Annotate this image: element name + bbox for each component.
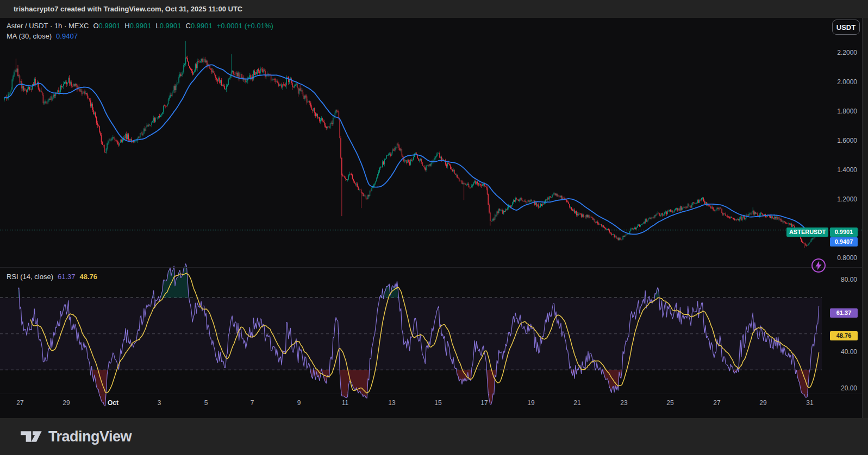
rsi-tick: 20.00 <box>841 384 857 392</box>
footer: TradingView <box>0 418 868 455</box>
ohlc-close: C0.9901 <box>186 22 213 30</box>
last-price-badge: 0.9901 <box>830 228 858 237</box>
rsi-value: 61.37 <box>58 273 76 281</box>
rsi-ma-value-badge: 48.76 <box>830 331 858 340</box>
time-tick: 27 <box>713 399 720 407</box>
symbol-legend[interactable]: Aster / USDT · 1h · MEXC O0.9901 H0.9901… <box>7 22 273 30</box>
screenshot-root: trishacrypto7 created with TradingView.c… <box>0 0 868 455</box>
symbol-price-label-badge: ASTERUSDT <box>786 228 828 237</box>
time-tick: 11 <box>342 399 348 407</box>
ohlc-low: L0.9901 <box>156 22 182 30</box>
time-tick: 19 <box>527 399 534 407</box>
rsi-label: RSI (14, close) <box>7 273 53 281</box>
time-tick: 5 <box>204 399 208 407</box>
symbol-title: Aster / USDT · 1h · MEXC <box>7 22 89 30</box>
time-tick: 29 <box>759 399 766 407</box>
time-axis[interactable]: 2729Oct35791113151719212325272931 <box>0 18 862 418</box>
rsi-legend[interactable]: RSI (14, close) 61.37 48.76 <box>7 273 97 281</box>
price-change: +0.0001 (+0.01%) <box>217 22 273 30</box>
time-tick: 13 <box>388 399 395 407</box>
time-tick: 23 <box>620 399 627 407</box>
price-tick: 1.2000 <box>837 195 857 203</box>
attribution-bar: trishacrypto7 created with TradingView.c… <box>0 0 868 18</box>
ohlc-high: H0.9901 <box>124 22 151 30</box>
price-tick: 2.2000 <box>837 49 857 56</box>
time-tick: 17 <box>480 399 488 407</box>
tradingview-logo-icon[interactable] <box>21 429 42 444</box>
price-tick: 1.4000 <box>837 166 857 174</box>
time-tick: 15 <box>434 399 441 407</box>
chart-widget: Aster / USDT · 1h · MEXC O0.9901 H0.9901… <box>0 18 863 418</box>
rsi-tick: 80.00 <box>841 276 857 283</box>
time-tick: 7 <box>251 399 254 407</box>
rsi-value-badge: 61.37 <box>830 308 858 318</box>
currency-toggle-button[interactable]: USDT <box>832 20 860 35</box>
lightning-icon <box>816 261 822 270</box>
ma-price-badge: 0.9407 <box>830 237 858 247</box>
timescale-divider <box>0 394 862 394</box>
price-tick: 0.8000 <box>837 254 857 262</box>
boost-button[interactable] <box>810 257 827 274</box>
ohlc-open: O0.9901 <box>93 22 120 30</box>
ma-legend[interactable]: MA (30, close) 0.9407 <box>7 32 78 40</box>
pane-divider[interactable] <box>0 267 862 268</box>
time-tick: 9 <box>297 399 301 407</box>
time-tick: 3 <box>158 399 161 407</box>
time-tick: 31 <box>806 399 813 407</box>
attribution-text: trishacrypto7 created with TradingView.c… <box>14 5 242 13</box>
rsi-ma-value: 48.76 <box>80 273 98 281</box>
price-tick: 1.8000 <box>837 108 857 115</box>
brand-wordmark[interactable]: TradingView <box>48 428 132 445</box>
price-tick: 2.0000 <box>837 78 857 86</box>
time-tick: 27 <box>16 399 23 407</box>
ma-value: 0.9407 <box>56 32 78 40</box>
time-tick: 21 <box>573 399 580 407</box>
time-tick: 29 <box>63 399 70 407</box>
time-tick: Oct <box>108 399 118 407</box>
time-tick: 25 <box>666 399 673 407</box>
right-margin <box>863 18 868 418</box>
ma-label: MA (30, close) <box>7 32 52 40</box>
price-tick: 1.6000 <box>837 137 857 144</box>
rsi-tick: 40.00 <box>841 348 857 356</box>
